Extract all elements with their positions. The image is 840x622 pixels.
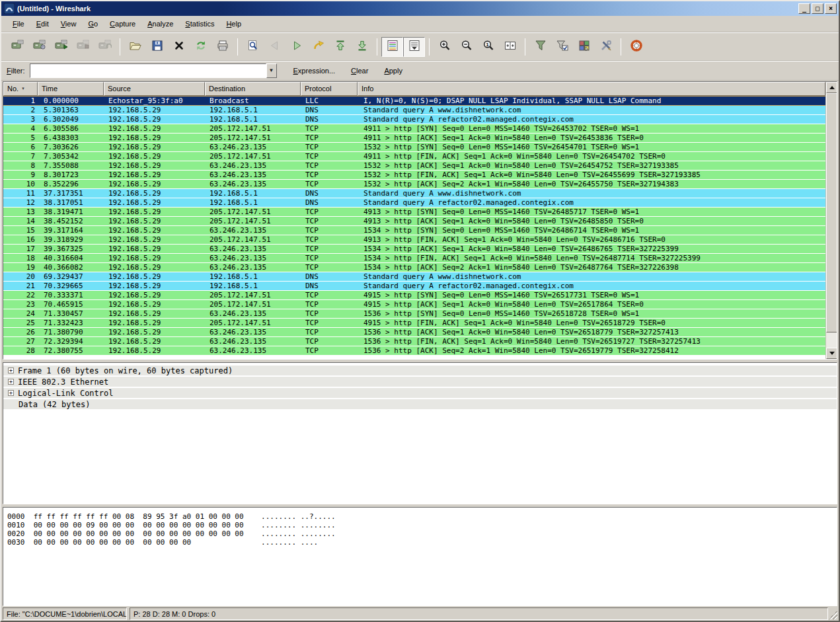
- display-filter-button[interactable]: [551, 37, 573, 57]
- packet-row-12[interactable]: 1238.317051192.168.5.29192.168.5.1DNSSta…: [3, 198, 825, 208]
- find-packet-button[interactable]: [242, 37, 264, 57]
- packet-row-24[interactable]: 2471.330457192.168.5.2963.246.23.135TCP1…: [3, 309, 825, 319]
- column-header-time[interactable]: Time: [38, 82, 104, 96]
- maximize-button[interactable]: □: [812, 3, 823, 14]
- packet-row-25[interactable]: 2571.332423192.168.5.29205.172.147.51TCP…: [3, 319, 825, 328]
- go-back-button: [264, 37, 286, 57]
- menu-go[interactable]: Go: [82, 18, 104, 30]
- zoom-100-button[interactable]: 1: [477, 37, 499, 57]
- menu-statistics[interactable]: Statistics: [179, 18, 220, 30]
- column-header-protocol[interactable]: Protocol: [301, 82, 358, 96]
- packet-row-16[interactable]: 1639.318929192.168.5.29205.172.147.51TCP…: [3, 235, 825, 245]
- expander-icon[interactable]: +: [8, 390, 14, 396]
- packet-row-13[interactable]: 1338.319471192.168.5.29205.172.147.51TCP…: [3, 208, 825, 217]
- menu-analyze[interactable]: Analyze: [141, 18, 179, 30]
- minimize-button[interactable]: _: [798, 3, 810, 14]
- packet-row-14[interactable]: 1438.452152192.168.5.29205.172.147.51TCP…: [3, 217, 825, 226]
- packet-row-1[interactable]: 10.000000Echostar_95:3f:a0BroadcastLLCI,…: [3, 96, 825, 106]
- packet-row-9[interactable]: 98.301723192.168.5.2963.246.23.135TCP153…: [3, 171, 825, 180]
- cell-source: 192.168.5.29: [104, 143, 205, 151]
- resize-grip[interactable]: [829, 611, 837, 619]
- detail-row-3[interactable]: Data (42 bytes): [3, 399, 837, 410]
- packet-row-22[interactable]: 2270.333371192.168.5.29205.172.147.51TCP…: [3, 291, 825, 300]
- packet-row-23[interactable]: 2370.465915192.168.5.29205.172.147.51TCP…: [3, 300, 825, 309]
- column-header-no[interactable]: No.▾: [3, 82, 38, 96]
- capture-filter-button[interactable]: [529, 37, 551, 57]
- detail-row-2[interactable]: +Logical-Link Control: [3, 388, 837, 399]
- cell-destination: 63.246.23.135: [205, 337, 301, 346]
- go-to-packet-button[interactable]: [307, 37, 329, 57]
- cell-time: 6.302049: [38, 115, 104, 124]
- packet-row-28[interactable]: 2872.380755192.168.5.2963.246.23.135TCP1…: [3, 346, 825, 356]
- cell-no: 18: [3, 254, 38, 262]
- colorize-toggle[interactable]: [381, 37, 403, 57]
- menu-view[interactable]: View: [55, 18, 83, 30]
- go-forward-button[interactable]: [286, 37, 307, 57]
- menu-help[interactable]: Help: [220, 18, 247, 30]
- capture-interfaces-button[interactable]: [7, 37, 28, 57]
- packet-row-7[interactable]: 77.305342192.168.5.29205.172.147.51TCP49…: [3, 152, 825, 161]
- cell-no: 8: [3, 161, 38, 170]
- cell-info: 1534 > http [FIN, ACK] Seq=1 Ack=0 Win=5…: [358, 254, 825, 262]
- packet-row-11[interactable]: 1137.317351192.168.5.29192.168.5.1DNSSta…: [3, 189, 825, 198]
- scrollbar-thumb[interactable]: [826, 93, 837, 332]
- packet-row-19[interactable]: 1940.366082192.168.5.2963.246.23.135TCP1…: [3, 263, 825, 272]
- column-header-source[interactable]: Source: [104, 82, 205, 96]
- expander-icon[interactable]: +: [8, 379, 14, 385]
- filter-input[interactable]: [30, 63, 266, 78]
- cell-protocol: TCP: [301, 152, 358, 161]
- packet-row-2[interactable]: 25.301363192.168.5.29192.168.5.1DNSStand…: [3, 106, 825, 115]
- packet-row-3[interactable]: 36.302049192.168.5.29192.168.5.1DNSStand…: [3, 115, 825, 124]
- cell-no: 5: [3, 134, 38, 142]
- packet-list-scrollbar[interactable]: [825, 82, 837, 359]
- packet-row-10[interactable]: 108.352296192.168.5.2963.246.23.135TCP15…: [3, 180, 825, 189]
- coloring-rules-button[interactable]: [573, 37, 595, 57]
- packet-row-4[interactable]: 46.305586192.168.5.29205.172.147.51TCP49…: [3, 124, 825, 134]
- preferences-button[interactable]: [595, 37, 617, 57]
- detail-row-1[interactable]: +IEEE 802.3 Ethernet: [3, 377, 837, 388]
- filter-dropdown-button[interactable]: ▼: [266, 63, 277, 78]
- go-to-last-button[interactable]: [351, 37, 373, 57]
- clear-button[interactable]: Clear: [345, 64, 374, 77]
- expander-icon[interactable]: +: [8, 368, 14, 373]
- go-to-first-button[interactable]: [329, 37, 351, 57]
- packet-row-8[interactable]: 87.355088192.168.5.2963.246.23.135TCP153…: [3, 161, 825, 171]
- cell-source: 192.168.5.29: [104, 328, 205, 336]
- expression-button[interactable]: Expression...: [287, 64, 342, 77]
- scroll-up-button[interactable]: [826, 82, 837, 93]
- packet-row-26[interactable]: 2671.380790192.168.5.2963.246.23.135TCP1…: [3, 328, 825, 337]
- packet-row-17[interactable]: 1739.367325192.168.5.2963.246.23.135TCP1…: [3, 245, 825, 254]
- packet-row-27[interactable]: 2772.329394192.168.5.2963.246.23.135TCP1…: [3, 337, 825, 346]
- reload-button[interactable]: [190, 37, 211, 57]
- packet-row-5[interactable]: 56.438303192.168.5.29205.172.147.51TCP49…: [3, 134, 825, 143]
- autoscroll-toggle[interactable]: [403, 37, 425, 57]
- close-button[interactable]: ×: [825, 3, 837, 14]
- zoom-out-button[interactable]: [455, 37, 477, 57]
- capture-start-button[interactable]: [50, 37, 72, 57]
- cell-time: 38.319471: [38, 208, 104, 216]
- column-header-destination[interactable]: Destination: [205, 82, 301, 96]
- close-file-button[interactable]: [168, 37, 190, 57]
- apply-button[interactable]: Apply: [378, 64, 408, 77]
- save-file-button[interactable]: [146, 37, 168, 57]
- packet-row-20[interactable]: 2069.329437192.168.5.29192.168.5.1DNSSta…: [3, 272, 825, 282]
- detail-row-0[interactable]: +Frame 1 (60 bytes on wire, 60 bytes cap…: [3, 366, 837, 377]
- cell-info: 1532 > http [SYN] Seq=0 Len=0 MSS=1460 T…: [358, 143, 825, 151]
- packet-row-6[interactable]: 67.303626192.168.5.2963.246.23.135TCP153…: [3, 143, 825, 152]
- cell-protocol: TCP: [301, 171, 358, 179]
- menu-edit[interactable]: Edit: [30, 18, 55, 30]
- menu-capture[interactable]: Capture: [104, 18, 141, 30]
- scroll-down-button[interactable]: [826, 348, 837, 359]
- capture-options-button[interactable]: [28, 37, 50, 57]
- packet-row-18[interactable]: 1840.316604192.168.5.2963.246.23.135TCP1…: [3, 254, 825, 263]
- open-file-button[interactable]: [124, 37, 146, 57]
- wireshark-logo-icon: [4, 3, 15, 14]
- packet-row-21[interactable]: 2170.329665192.168.5.29192.168.5.1DNSSta…: [3, 282, 825, 291]
- packet-row-15[interactable]: 1539.317164192.168.5.2963.246.23.135TCP1…: [3, 226, 825, 235]
- help-button[interactable]: [625, 37, 647, 57]
- column-header-info[interactable]: Info: [358, 82, 825, 96]
- print-button[interactable]: [211, 37, 233, 57]
- menu-file[interactable]: File: [7, 18, 30, 30]
- resize-columns-button[interactable]: [499, 37, 521, 57]
- zoom-in-button[interactable]: [434, 37, 455, 57]
